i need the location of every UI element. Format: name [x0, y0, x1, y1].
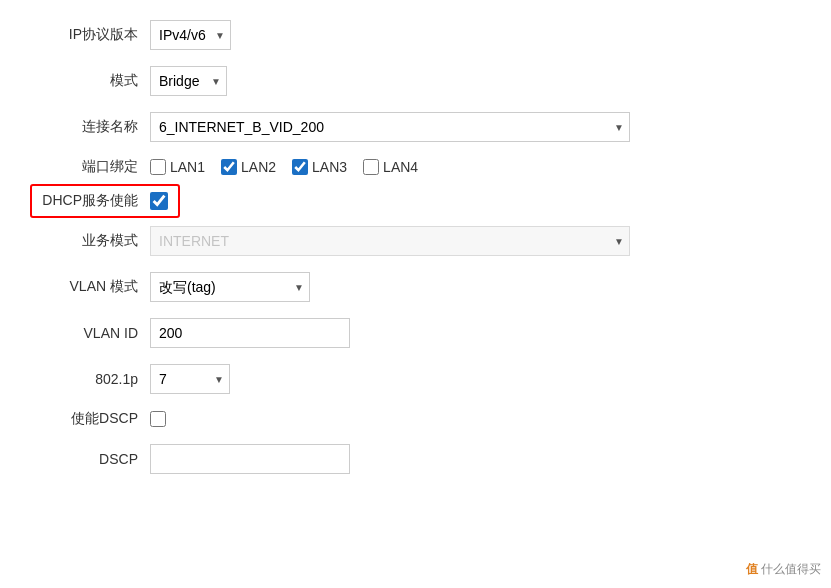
vlan-mode-select[interactable]: 改写(tag) 透传 不处理 — [150, 272, 310, 302]
ip-version-label: IP协议版本 — [40, 26, 150, 44]
watermark: 值 什么值得买 — [746, 561, 821, 578]
lan2-item: LAN2 — [221, 159, 276, 175]
vlan-id-input[interactable] — [150, 318, 350, 348]
ip-version-select[interactable]: IPv4/v6 IPv4 IPv6 — [150, 20, 231, 50]
dhcp-checkbox[interactable] — [150, 192, 168, 210]
vlan-mode-select-wrapper: 改写(tag) 透传 不处理 — [150, 272, 310, 302]
dscp-label: DSCP — [40, 451, 150, 467]
ip-version-control: IPv4/v6 IPv4 IPv6 — [150, 20, 231, 50]
lan2-checkbox[interactable] — [221, 159, 237, 175]
vlan-mode-control: 改写(tag) 透传 不处理 — [150, 272, 310, 302]
business-mode-select[interactable]: INTERNET IPTV VOIP — [150, 226, 630, 256]
mode-label: 模式 — [40, 72, 150, 90]
watermark-icon: 值 — [746, 562, 758, 576]
dscp-enable-checkbox[interactable] — [150, 411, 166, 427]
vlan-id-label: VLAN ID — [40, 325, 150, 341]
qos-select-wrapper: 0 1 2 3 4 5 6 7 — [150, 364, 230, 394]
dscp-enable-label: 使能DSCP — [40, 410, 150, 428]
business-mode-label: 业务模式 — [40, 232, 150, 250]
dscp-enable-control — [150, 411, 166, 427]
qos-control: 0 1 2 3 4 5 6 7 — [150, 364, 230, 394]
business-mode-select-wrapper: INTERNET IPTV VOIP — [150, 226, 630, 256]
business-mode-control: INTERNET IPTV VOIP — [150, 226, 630, 256]
qos-label: 802.1p — [40, 371, 150, 387]
lan3-item: LAN3 — [292, 159, 347, 175]
ip-version-select-wrapper: IPv4/v6 IPv4 IPv6 — [150, 20, 231, 50]
lan4-checkbox[interactable] — [363, 159, 379, 175]
connection-name-select[interactable]: 6_INTERNET_B_VID_200 — [150, 112, 630, 142]
lan1-checkbox[interactable] — [150, 159, 166, 175]
qos-row: 802.1p 0 1 2 3 4 5 6 7 — [40, 364, 791, 394]
connection-name-row: 连接名称 6_INTERNET_B_VID_200 — [40, 112, 791, 142]
dscp-row: DSCP — [40, 444, 791, 474]
form-container: IP协议版本 IPv4/v6 IPv4 IPv6 模式 Bridge Route… — [0, 0, 831, 510]
ip-version-row: IP协议版本 IPv4/v6 IPv4 IPv6 — [40, 20, 791, 50]
dhcp-row: DHCP服务使能 — [40, 192, 791, 210]
lan4-item: LAN4 — [363, 159, 418, 175]
connection-name-label: 连接名称 — [40, 118, 150, 136]
dhcp-label: DHCP服务使能 — [40, 192, 150, 210]
port-binding-row: 端口绑定 LAN1 LAN2 LAN3 LAN4 — [40, 158, 791, 176]
lan2-label: LAN2 — [241, 159, 276, 175]
lan1-label: LAN1 — [170, 159, 205, 175]
qos-select[interactable]: 0 1 2 3 4 5 6 7 — [150, 364, 230, 394]
vlan-mode-row: VLAN 模式 改写(tag) 透传 不处理 — [40, 272, 791, 302]
vlan-mode-label: VLAN 模式 — [40, 278, 150, 296]
dscp-input[interactable] — [150, 444, 350, 474]
watermark-text: 什么值得买 — [761, 562, 821, 576]
lan3-checkbox[interactable] — [292, 159, 308, 175]
connection-name-control: 6_INTERNET_B_VID_200 — [150, 112, 630, 142]
mode-row: 模式 Bridge Router — [40, 66, 791, 96]
dscp-control — [150, 444, 350, 474]
business-mode-row: 业务模式 INTERNET IPTV VOIP — [40, 226, 791, 256]
dhcp-control — [150, 192, 168, 210]
port-binding-label: 端口绑定 — [40, 158, 150, 176]
lan4-label: LAN4 — [383, 159, 418, 175]
connection-name-select-wrapper: 6_INTERNET_B_VID_200 — [150, 112, 630, 142]
lan3-label: LAN3 — [312, 159, 347, 175]
vlan-id-row: VLAN ID — [40, 318, 791, 348]
lan1-item: LAN1 — [150, 159, 205, 175]
mode-control: Bridge Router — [150, 66, 227, 96]
vlan-id-control — [150, 318, 350, 348]
mode-select-wrapper: Bridge Router — [150, 66, 227, 96]
port-binding-control: LAN1 LAN2 LAN3 LAN4 — [150, 159, 418, 175]
mode-select[interactable]: Bridge Router — [150, 66, 227, 96]
dscp-enable-row: 使能DSCP — [40, 410, 791, 428]
